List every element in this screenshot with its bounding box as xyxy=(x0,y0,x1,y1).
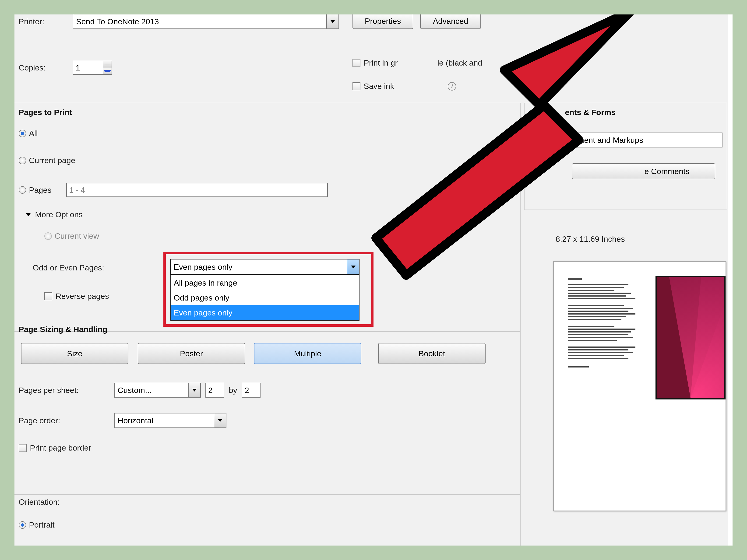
radio-all-row: All xyxy=(19,129,38,138)
pps-dropdown[interactable]: Custom... xyxy=(114,383,201,398)
copies-spinner[interactable] xyxy=(103,61,112,75)
radio-pages-label: Pages xyxy=(29,186,66,195)
more-options-toggle[interactable]: More Options xyxy=(26,210,83,219)
odd-even-row: Odd or Even Pages: xyxy=(33,263,168,272)
radio-all[interactable] xyxy=(19,130,26,137)
triangle-down-icon xyxy=(103,70,111,72)
print-border-label: Print page border xyxy=(30,443,91,452)
orientation-section xyxy=(14,495,520,551)
radio-portrait[interactable] xyxy=(19,521,26,529)
chevron-down-icon xyxy=(192,389,197,392)
preview-embedded-image xyxy=(655,276,725,399)
annotation-highlight-box xyxy=(163,252,374,327)
pps-by-label: by xyxy=(229,386,237,395)
pps-y-input[interactable]: 2 xyxy=(242,383,260,398)
reverse-label: Reverse pages xyxy=(56,292,109,301)
pps-x-input[interactable]: 2 xyxy=(205,383,224,398)
poster-toggle[interactable]: Poster xyxy=(138,343,245,364)
more-options-label: More Options xyxy=(35,210,83,219)
chevron-down-icon xyxy=(218,419,223,422)
radio-currentview-row: Current view xyxy=(44,232,99,241)
grayscale-checkbox[interactable] xyxy=(353,59,360,67)
pages-to-print-heading: Pages to Print xyxy=(19,108,72,117)
pps-row: Pages per sheet: Custom... 2 by 2 xyxy=(19,383,260,398)
pps-label: Pages per sheet: xyxy=(19,386,114,395)
radio-currentpage-label: Current page xyxy=(29,156,75,165)
orientation-portrait-row: Portrait xyxy=(19,520,55,529)
reverse-checkbox[interactable] xyxy=(44,292,52,300)
copies-label: Copies: xyxy=(19,63,73,72)
print-border-checkbox[interactable] xyxy=(19,444,27,452)
printer-dropdown-button[interactable] xyxy=(326,15,338,28)
copies-row: Copies: 1 xyxy=(19,61,112,75)
printer-dropdown[interactable]: Send To OneNote 2013 xyxy=(73,14,339,29)
size-toggle[interactable]: Size xyxy=(21,343,128,364)
triangle-up-icon xyxy=(103,64,111,64)
radio-currentview-label: Current view xyxy=(55,232,99,241)
orientation-heading: Orientation: xyxy=(19,498,60,507)
annotation-arrow-icon xyxy=(362,0,642,287)
disclosure-triangle-icon xyxy=(26,213,31,216)
copies-down[interactable] xyxy=(103,68,111,75)
print-border-row: Print page border xyxy=(19,443,91,452)
page-order-dropdown-button[interactable] xyxy=(214,414,226,427)
pps-dropdown-button[interactable] xyxy=(188,383,200,397)
page-order-dropdown[interactable]: Horizontal xyxy=(114,413,227,428)
radio-current-page[interactable] xyxy=(19,157,26,164)
multiple-toggle[interactable]: Multiple xyxy=(254,343,361,364)
reverse-row: Reverse pages xyxy=(44,292,109,301)
copies-input[interactable]: 1 xyxy=(73,61,103,75)
printer-label: Printer: xyxy=(19,17,73,26)
radio-currentpage-row: Current page xyxy=(19,156,75,165)
radio-pages-row: Pages 1 - 4 xyxy=(19,183,328,197)
preview-page xyxy=(553,261,726,511)
pages-range-input[interactable]: 1 - 4 xyxy=(66,183,328,197)
saveink-checkbox[interactable] xyxy=(353,82,360,90)
sizing-heading: Page Sizing & Handling xyxy=(19,325,107,334)
preview-text-block xyxy=(568,278,640,369)
page-order-label: Page order: xyxy=(19,416,114,425)
radio-portrait-label: Portrait xyxy=(29,520,55,529)
radio-current-view xyxy=(44,232,52,240)
radio-pages[interactable] xyxy=(19,186,26,194)
odd-even-label: Odd or Even Pages: xyxy=(33,263,168,272)
copies-up[interactable] xyxy=(103,61,111,68)
printer-row: Printer: Send To OneNote 2013 xyxy=(19,14,339,29)
page-order-row: Page order: Horizontal xyxy=(19,413,227,428)
printer-dropdown-value: Send To OneNote 2013 xyxy=(76,17,159,26)
radio-all-label: All xyxy=(29,129,38,138)
chevron-down-icon xyxy=(330,20,335,23)
booklet-toggle[interactable]: Booklet xyxy=(378,343,486,364)
